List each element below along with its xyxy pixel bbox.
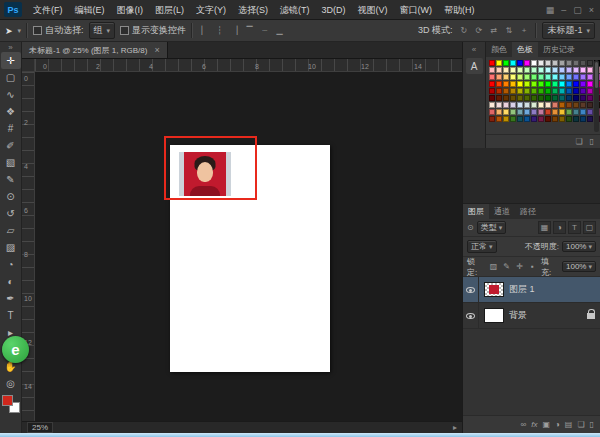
color-swatch[interactable]	[517, 116, 523, 122]
align-vcenter-icon[interactable]: ┈	[258, 24, 271, 38]
color-swatch[interactable]	[538, 102, 544, 108]
quick-selection-tool[interactable]: ❖	[1, 103, 21, 120]
menu-3d[interactable]: 3D(D)	[316, 0, 352, 20]
layer-effects-icon[interactable]: fx	[531, 420, 537, 429]
menu-filter[interactable]: 滤镜(T)	[274, 0, 316, 20]
color-swatch[interactable]	[580, 88, 586, 94]
healing-brush-tool[interactable]: ▧	[1, 154, 21, 171]
document-tab[interactable]: 未标题-1 @ 25% (图层 1, RGB/8) ×	[22, 42, 168, 58]
color-swatch[interactable]	[580, 102, 586, 108]
eraser-tool[interactable]: ▱	[1, 222, 21, 239]
color-swatch[interactable]	[538, 67, 544, 73]
tab-history[interactable]: 历史记录	[538, 42, 580, 57]
menu-type[interactable]: 文字(Y)	[190, 0, 232, 20]
color-swatch[interactable]	[559, 95, 565, 101]
color-chips[interactable]	[2, 395, 20, 413]
color-swatch[interactable]	[587, 60, 593, 66]
color-swatch[interactable]	[531, 102, 537, 108]
color-swatch[interactable]	[524, 74, 530, 80]
color-swatch[interactable]	[580, 81, 586, 87]
color-swatch[interactable]	[524, 81, 530, 87]
color-swatch[interactable]	[587, 95, 593, 101]
color-swatch[interactable]	[545, 95, 551, 101]
color-swatch[interactable]	[510, 102, 516, 108]
color-swatch[interactable]	[524, 116, 530, 122]
color-swatch[interactable]	[496, 102, 502, 108]
color-swatch[interactable]	[503, 67, 509, 73]
color-swatch[interactable]	[531, 109, 537, 115]
marquee-tool[interactable]: ▢	[1, 69, 21, 86]
color-swatch[interactable]	[552, 116, 558, 122]
history-brush-tool[interactable]: ↺	[1, 205, 21, 222]
color-swatch[interactable]	[496, 74, 502, 80]
dodge-tool[interactable]: ◐	[1, 273, 21, 290]
color-swatch[interactable]	[538, 81, 544, 87]
color-swatch[interactable]	[524, 88, 530, 94]
brush-tool[interactable]: ✎	[1, 171, 21, 188]
color-swatch[interactable]	[517, 81, 523, 87]
color-swatch[interactable]	[503, 95, 509, 101]
color-swatch[interactable]	[489, 116, 495, 122]
color-swatch[interactable]	[580, 60, 586, 66]
color-swatch[interactable]	[517, 102, 523, 108]
color-swatch[interactable]	[496, 95, 502, 101]
color-swatch[interactable]	[545, 67, 551, 73]
eyedropper-tool[interactable]: ✐	[1, 137, 21, 154]
3d-roll-icon[interactable]: ⟳	[472, 24, 485, 38]
filter-adjustment-layers-icon[interactable]: ◑	[553, 221, 566, 234]
color-swatch[interactable]	[559, 74, 565, 80]
menu-window[interactable]: 窗口(W)	[394, 0, 439, 20]
tab-layers[interactable]: 图层	[463, 204, 489, 219]
color-swatch[interactable]	[517, 109, 523, 115]
color-swatch[interactable]	[559, 116, 565, 122]
color-swatch[interactable]	[496, 60, 502, 66]
color-swatch[interactable]	[503, 74, 509, 80]
filter-pixel-layers-icon[interactable]: ▦	[538, 221, 551, 234]
color-swatch[interactable]	[503, 88, 509, 94]
close-icon[interactable]: ×	[589, 5, 594, 15]
color-swatch[interactable]	[517, 60, 523, 66]
color-swatch[interactable]	[580, 109, 586, 115]
color-swatch[interactable]	[531, 95, 537, 101]
color-swatch[interactable]	[587, 116, 593, 122]
color-swatch[interactable]	[545, 60, 551, 66]
color-swatch[interactable]	[580, 95, 586, 101]
color-swatch[interactable]	[531, 88, 537, 94]
horizontal-ruler[interactable]: 02468101214	[35, 59, 462, 72]
zoom-tool[interactable]: ◎	[1, 375, 21, 392]
tab-paths[interactable]: 路径	[515, 204, 541, 219]
color-swatch[interactable]	[573, 74, 579, 80]
color-swatch[interactable]	[510, 95, 516, 101]
tab-channels[interactable]: 通道	[489, 204, 515, 219]
color-swatch[interactable]	[531, 67, 537, 73]
layer-filter-dropdown[interactable]: 类型 ▾	[477, 221, 507, 234]
color-swatch[interactable]	[503, 116, 509, 122]
delete-layer-icon[interactable]: ▯	[590, 420, 594, 429]
color-swatch[interactable]	[538, 88, 544, 94]
align-left-icon[interactable]: ▏	[198, 24, 211, 38]
color-swatch[interactable]	[510, 67, 516, 73]
character-panel-icon[interactable]: A	[466, 58, 483, 74]
color-swatch[interactable]	[503, 81, 509, 87]
tool-preset-icon[interactable]: ➤	[5, 26, 13, 36]
3d-rotate-icon[interactable]: ↻	[457, 24, 470, 38]
color-swatch[interactable]	[566, 74, 572, 80]
color-swatch[interactable]	[573, 109, 579, 115]
menu-view[interactable]: 视图(V)	[352, 0, 394, 20]
layer-row[interactable]: 图层 1	[463, 277, 600, 303]
color-swatch[interactable]	[510, 116, 516, 122]
color-swatch[interactable]	[489, 81, 495, 87]
menu-layer[interactable]: 图层(L)	[149, 0, 190, 20]
show-transform-checkbox[interactable]: 显示变换控件	[120, 24, 186, 37]
color-swatch[interactable]	[566, 67, 572, 73]
crop-tool[interactable]: #	[1, 120, 21, 137]
canvas-area[interactable]	[35, 72, 462, 421]
document-page[interactable]	[170, 145, 330, 372]
color-swatch[interactable]	[587, 109, 593, 115]
color-swatch[interactable]	[573, 116, 579, 122]
color-swatch[interactable]	[566, 60, 572, 66]
color-swatch[interactable]	[531, 81, 537, 87]
layer-row[interactable]: 背景	[463, 303, 600, 329]
menu-edit[interactable]: 编辑(E)	[69, 0, 111, 20]
layer-thumbnail[interactable]	[484, 308, 504, 323]
